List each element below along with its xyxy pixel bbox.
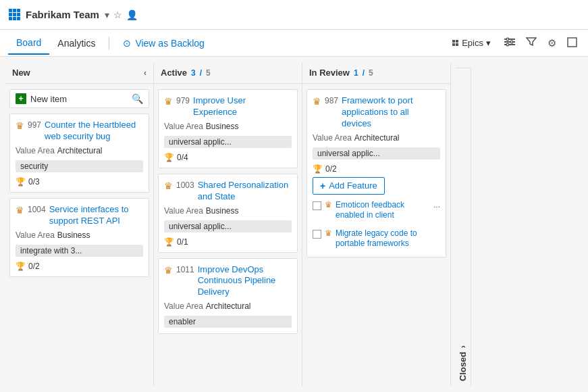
column-new-title: New bbox=[12, 68, 30, 78]
card-979-title[interactable]: Improve User Experience bbox=[193, 95, 292, 118]
child-label-1[interactable]: Emoticon feedback enabled in client bbox=[336, 200, 430, 221]
column-active-count: 3 bbox=[191, 68, 196, 78]
child-item-1: ♛ Emoticon feedback enabled in client ..… bbox=[313, 198, 440, 223]
column-closed-title: Closed bbox=[458, 352, 468, 381]
card-1003-score: 🏆 0/1 bbox=[164, 237, 292, 247]
card-1011-header: ♛ 1011 Improve DevOps Continuous Pipelin… bbox=[164, 264, 292, 299]
card-979-meta: Value Area Business bbox=[164, 122, 292, 131]
card-1011: ♛ 1011 Improve DevOps Continuous Pipelin… bbox=[158, 258, 298, 335]
chevron-down-icon[interactable]: ▾ bbox=[105, 9, 109, 20]
column-active-body: ♛ 979 Improve User Experience Value Area… bbox=[154, 84, 302, 387]
trophy-icon: 🏆 bbox=[16, 262, 26, 271]
epics-chevron-icon: ▾ bbox=[486, 38, 491, 48]
card-1003-tag[interactable]: universal applic... bbox=[164, 220, 292, 232]
column-in-review: In Review 1/5 ♛ 987 Framework to port ap… bbox=[302, 62, 451, 387]
epics-grid-icon bbox=[452, 40, 459, 46]
column-new-header: New ‹ bbox=[5, 62, 153, 84]
card-1004-tag[interactable]: integrate with 3... bbox=[16, 245, 143, 257]
card-1003: ♛ 1003 Shared Personalization and State … bbox=[158, 174, 298, 253]
card-979: ♛ 979 Improve User Experience Value Area… bbox=[158, 89, 298, 168]
nav-bar: Board Analytics ⊙ View as Backlog Epics … bbox=[0, 30, 588, 57]
star-icon[interactable]: ☆ bbox=[113, 9, 122, 20]
card-1004: ♛ 1004 Service interfaces to support RES… bbox=[9, 198, 149, 277]
crown-icon: ♛ bbox=[16, 205, 24, 216]
nav-view-as-backlog[interactable]: ⊙ View as Backlog bbox=[115, 34, 212, 53]
card-987-id: 987 bbox=[325, 96, 338, 105]
column-active-title: Active bbox=[161, 68, 187, 78]
team-name[interactable]: Fabrikam Team bbox=[26, 9, 99, 20]
crown-icon: ♛ bbox=[313, 96, 321, 107]
column-in-review-count: 1 bbox=[354, 68, 358, 78]
card-1011-tag[interactable]: enabler bbox=[164, 316, 292, 328]
add-feature-label: Add Feature bbox=[329, 180, 377, 191]
column-closed-expand[interactable]: › bbox=[458, 345, 468, 348]
svg-rect-0 bbox=[504, 39, 515, 40]
epics-label: Epics bbox=[462, 38, 483, 48]
column-in-review-body: ♛ 987 Framework to port applications to … bbox=[302, 84, 450, 387]
child-label-2[interactable]: Migrate legacy code to portable framewor… bbox=[336, 228, 440, 249]
child-ellipsis-icon[interactable]: ... bbox=[433, 200, 440, 210]
card-979-score: 🏆 0/4 bbox=[164, 153, 292, 162]
child-checkbox-1[interactable] bbox=[313, 201, 321, 210]
column-settings-icon[interactable] bbox=[502, 34, 518, 52]
epics-button[interactable]: Epics ▾ bbox=[447, 35, 496, 51]
nav-analytics[interactable]: Analytics bbox=[49, 32, 103, 54]
card-1004-title[interactable]: Service interfaces to support REST API bbox=[49, 204, 143, 227]
child-crown-icon: ♛ bbox=[325, 200, 332, 210]
card-997-score: 🏆 0/3 bbox=[16, 177, 143, 187]
app-logo bbox=[8, 9, 20, 21]
svg-rect-2 bbox=[504, 44, 515, 45]
card-997-meta: Value Area Architectural bbox=[16, 146, 143, 155]
search-icon[interactable]: 🔍 bbox=[132, 93, 143, 104]
trophy-icon: 🏆 bbox=[164, 153, 174, 162]
card-1004-meta: Value Area Business bbox=[16, 230, 143, 240]
card-1003-title[interactable]: Shared Personalization and State bbox=[198, 180, 292, 203]
card-1004-header: ♛ 1004 Service interfaces to support RES… bbox=[16, 204, 143, 227]
expand-icon[interactable] bbox=[564, 34, 580, 52]
nav-right-actions: Epics ▾ ⚙ bbox=[447, 34, 580, 52]
people-icon[interactable]: 👤 bbox=[126, 9, 138, 20]
column-in-review-title: In Review bbox=[309, 68, 350, 78]
svg-point-4 bbox=[510, 41, 513, 43]
new-item-plus-icon: + bbox=[16, 93, 26, 104]
svg-rect-1 bbox=[504, 41, 515, 43]
card-979-id: 979 bbox=[176, 96, 190, 105]
crown-icon: ♛ bbox=[164, 180, 173, 191]
card-1011-meta: Value Area Architectural bbox=[164, 301, 292, 311]
card-997-id: 997 bbox=[28, 120, 41, 130]
card-979-header: ♛ 979 Improve User Experience bbox=[164, 95, 292, 118]
svg-point-3 bbox=[506, 38, 509, 41]
column-new: New ‹ + New item 🔍 ♛ 997 Counter the Hea… bbox=[5, 62, 154, 387]
card-1003-id: 1003 bbox=[176, 180, 194, 190]
card-997-title[interactable]: Counter the Heartbleed web security bug bbox=[45, 120, 143, 143]
column-closed: Closed › bbox=[451, 62, 475, 387]
column-in-review-header: In Review 1/5 bbox=[302, 62, 450, 84]
card-987-header: ♛ 987 Framework to port applications to … bbox=[313, 95, 440, 130]
board: New ‹ + New item 🔍 ♛ 997 Counter the Hea… bbox=[0, 57, 588, 392]
card-997-tag[interactable]: security bbox=[16, 160, 143, 172]
backlog-icon: ⊙ bbox=[123, 38, 131, 49]
child-checkbox-2[interactable] bbox=[313, 230, 321, 239]
trophy-icon: 🏆 bbox=[16, 177, 26, 187]
new-item-bar[interactable]: + New item 🔍 bbox=[9, 89, 149, 108]
nav-board[interactable]: Board bbox=[8, 32, 49, 55]
column-new-collapse[interactable]: ‹ bbox=[144, 68, 146, 78]
card-987: ♛ 987 Framework to port applications to … bbox=[306, 89, 446, 258]
card-997: ♛ 997 Counter the Heartbleed web securit… bbox=[9, 114, 149, 193]
card-987-tag[interactable]: universal applic... bbox=[313, 147, 440, 160]
card-987-score: 🏆 0/2 bbox=[313, 164, 440, 174]
column-in-review-total: 5 bbox=[369, 68, 373, 78]
filter-icon[interactable] bbox=[523, 34, 539, 51]
card-1011-title[interactable]: Improve DevOps Continuous Pipeline Deliv… bbox=[198, 264, 292, 299]
trophy-icon: 🏆 bbox=[164, 237, 174, 247]
settings-icon[interactable]: ⚙ bbox=[545, 34, 559, 52]
card-997-header: ♛ 997 Counter the Heartbleed web securit… bbox=[16, 120, 143, 143]
card-1004-id: 1004 bbox=[28, 205, 46, 214]
card-987-title[interactable]: Framework to port applications to all de… bbox=[342, 95, 440, 130]
column-active: Active 3/5 ♛ 979 Improve User Experience… bbox=[154, 62, 302, 387]
crown-icon: ♛ bbox=[164, 96, 173, 107]
add-feature-button[interactable]: + Add Feature bbox=[313, 177, 385, 195]
column-active-total: 5 bbox=[206, 68, 211, 78]
card-979-tag[interactable]: universal applic... bbox=[164, 136, 292, 148]
crown-icon: ♛ bbox=[164, 265, 173, 276]
